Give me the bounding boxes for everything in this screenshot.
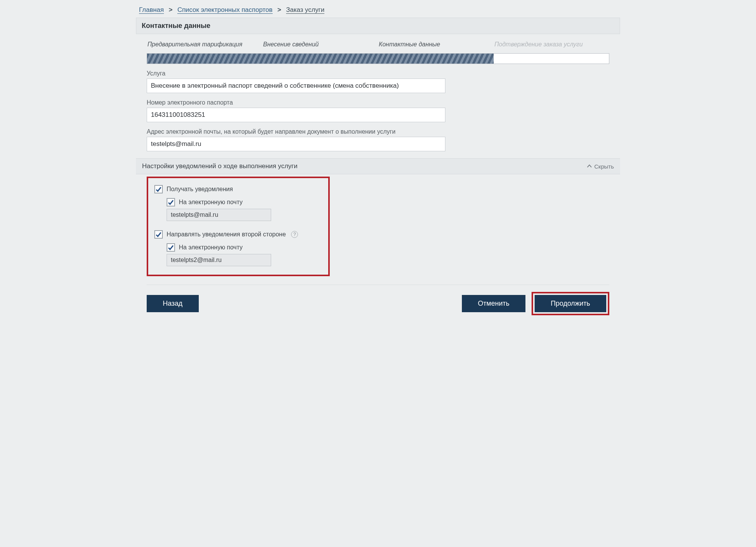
step-confirm: Подтверждение заказа услуги — [494, 39, 609, 49]
section-title: Контактные данные — [136, 18, 620, 34]
row-receive: Получать уведомления — [154, 185, 322, 193]
label-receive-email: На электронную почту — [179, 199, 242, 206]
checkbox-second-party[interactable] — [154, 230, 163, 239]
progress-fill — [147, 54, 494, 64]
collapse-toggle[interactable]: Скрыть — [587, 163, 614, 170]
row-second-party: Направлять уведомления второй стороне ? — [154, 230, 322, 239]
notifications-highlight: Получать уведомления На электронную почт… — [147, 177, 330, 276]
wizard-steps: Предварительная тарификация Внесение све… — [147, 39, 609, 49]
step-tarification: Предварительная тарификация — [147, 39, 262, 49]
check-icon — [168, 199, 174, 205]
check-icon — [155, 231, 162, 237]
input-receive-email[interactable]: testelpts@mail.ru — [167, 209, 271, 221]
progress-bar — [147, 53, 609, 64]
breadcrumb-sep: > — [165, 6, 175, 13]
right-button-group: Отменить Продолжить — [462, 292, 609, 315]
field-service-value[interactable]: Внесение в электронный паспорт сведений … — [147, 79, 445, 93]
breadcrumb-home[interactable]: Главная — [139, 6, 164, 14]
field-email: Адрес электронной почты, на который буде… — [147, 128, 609, 151]
step-contact: Контактные данные — [378, 39, 494, 49]
help-icon[interactable]: ? — [291, 231, 298, 238]
label-second-email: На электронную почту — [179, 244, 242, 251]
continue-highlight: Продолжить — [532, 292, 609, 315]
field-passport-value[interactable]: 164311001083251 — [147, 108, 445, 122]
footer-buttons: Назад Отменить Продолжить — [147, 292, 609, 315]
cancel-button[interactable]: Отменить — [462, 295, 525, 312]
row-receive-email: На электронную почту — [167, 198, 322, 206]
chevron-up-icon — [587, 164, 592, 169]
field-passport-label: Номер электронного паспорта — [147, 99, 609, 106]
panel-body: Предварительная тарификация Внесение све… — [136, 34, 620, 321]
label-second-party: Направлять уведомления второй стороне — [167, 231, 286, 238]
field-service-label: Услуга — [147, 70, 609, 77]
breadcrumb-list[interactable]: Список электронных паспортов — [177, 6, 272, 14]
check-icon — [155, 186, 162, 192]
notifications-header: Настройки уведомлений о ходе выполнения … — [136, 158, 620, 174]
field-email-value[interactable]: testelpts@mail.ru — [147, 137, 445, 151]
label-receive: Получать уведомления — [167, 186, 233, 193]
checkbox-second-email[interactable] — [167, 243, 175, 252]
check-icon — [168, 244, 174, 251]
checkbox-receive[interactable] — [154, 185, 163, 193]
continue-button[interactable]: Продолжить — [535, 295, 606, 312]
input-second-email[interactable]: testelpts2@mail.ru — [167, 254, 271, 266]
back-button[interactable]: Назад — [147, 295, 199, 312]
field-passport: Номер электронного паспорта 164311001083… — [147, 99, 609, 122]
row-second-email: На электронную почту — [167, 243, 322, 252]
notifications-header-title: Настройки уведомлений о ходе выполнения … — [142, 162, 298, 170]
step-entry: Внесение сведений — [262, 39, 378, 49]
collapse-toggle-label: Скрыть — [594, 163, 614, 170]
divider — [147, 285, 609, 285]
checkbox-receive-email[interactable] — [167, 198, 175, 206]
breadcrumb: Главная > Список электронных паспортов >… — [136, 4, 620, 18]
field-email-label: Адрес электронной почты, на который буде… — [147, 128, 609, 135]
field-service: Услуга Внесение в электронный паспорт св… — [147, 70, 609, 93]
breadcrumb-current: Заказ услуги — [286, 6, 324, 14]
breadcrumb-sep: > — [274, 6, 284, 13]
